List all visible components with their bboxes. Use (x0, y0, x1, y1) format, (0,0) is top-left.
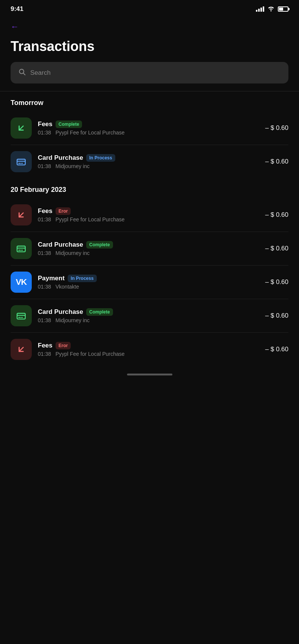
transaction-title-row: Card Purchase Complete (38, 241, 259, 249)
transaction-description: Pyypl Fee for Local Purchase (56, 216, 125, 222)
transaction-amount: – $ 0.60 (265, 124, 288, 132)
transaction-icon-fees-error2 (11, 339, 32, 360)
transaction-subtitle: 01:38 Midjourney inc (38, 163, 259, 169)
battery-icon (278, 6, 288, 12)
home-indicator (0, 366, 299, 380)
signal-bars-icon (256, 6, 264, 12)
search-container: Search (0, 62, 299, 91)
transaction-title-row: Card Purchase Complete (38, 308, 259, 316)
svg-line-7 (19, 213, 23, 217)
transaction-amount: – $ 0.60 (265, 312, 288, 320)
transaction-time: 01:38 (38, 130, 51, 136)
transaction-amount: – $ 0.60 (265, 346, 288, 353)
transaction-title: Fees (38, 120, 53, 128)
transaction-icon-card-complete2 (11, 305, 32, 326)
transaction-info: Fees Complete 01:38 Pyypl Fee for Local … (38, 120, 259, 136)
transaction-time: 01:38 (38, 250, 51, 256)
transaction-time: 01:38 (38, 216, 51, 222)
transaction-item[interactable]: Card Purchase Complete 01:38 Midjourney … (0, 299, 299, 332)
svg-line-16 (19, 347, 23, 352)
search-icon (18, 68, 26, 77)
transaction-title: Card Purchase (38, 154, 83, 162)
transaction-description: Midjourney inc (56, 250, 90, 256)
transaction-time: 01:38 (38, 351, 51, 357)
svg-line-1 (23, 73, 25, 75)
search-bar[interactable]: Search (11, 62, 288, 83)
transaction-amount: – $ 0.60 (265, 278, 288, 286)
transaction-title: Fees (38, 342, 53, 349)
transaction-title-row: Fees Eror (38, 342, 259, 349)
transaction-info: Fees Eror 01:38 Pyypl Fee for Local Purc… (38, 207, 259, 222)
transaction-item[interactable]: Fees Complete 01:38 Pyypl Fee for Local … (0, 111, 299, 145)
back-arrow-icon: ← (11, 22, 19, 31)
svg-line-2 (19, 126, 23, 130)
status-time: 9:41 (11, 5, 23, 13)
transaction-title: Card Purchase (38, 308, 83, 316)
transaction-item[interactable]: Card Purchase Complete 01:38 Midjourney … (0, 232, 299, 265)
transaction-info: Fees Eror 01:38 Pyypl Fee for Local Purc… (38, 342, 259, 357)
transaction-title: Card Purchase (38, 241, 83, 249)
vk-logo-icon: VK (16, 277, 27, 287)
transaction-icon-card-complete (11, 238, 32, 259)
transaction-info: Card Purchase Complete 01:38 Midjourney … (38, 241, 259, 256)
transaction-item[interactable]: VK Payment In Process 01:38 Vkontakte – … (0, 266, 299, 299)
transaction-info: Card Purchase In Process 01:38 Midjourne… (38, 154, 259, 169)
svg-rect-12 (17, 314, 25, 319)
transaction-amount: – $ 0.60 (265, 245, 288, 252)
status-badge: In Process (68, 275, 97, 282)
transaction-description: Pyypl Fee for Local Purchase (56, 351, 125, 357)
transaction-time: 01:38 (38, 163, 51, 169)
section-feb2023-label: 20 February 2023 (0, 178, 299, 198)
transaction-subtitle: 01:38 Pyypl Fee for Local Purchase (38, 216, 259, 222)
transaction-subtitle: 01:38 Vkontakte (38, 284, 259, 290)
section-tomorrow: Tomorrow Fees Complete 01:38 Pyypl Fee f… (0, 91, 299, 178)
transaction-amount: – $ 0.60 (265, 158, 288, 165)
status-badge: Complete (56, 120, 82, 128)
transaction-info: Payment In Process 01:38 Vkontakte (38, 275, 259, 290)
search-placeholder: Search (30, 69, 51, 77)
transaction-title-row: Fees Complete (38, 120, 259, 128)
transaction-subtitle: 01:38 Midjourney inc (38, 317, 259, 323)
status-badge: Eror (56, 207, 71, 215)
status-bar: 9:41 (0, 0, 299, 16)
status-icons (256, 5, 288, 13)
section-tomorrow-label: Tomorrow (0, 91, 299, 111)
transaction-icon-fees-complete (11, 117, 32, 139)
transaction-time: 01:38 (38, 317, 51, 323)
transaction-time: 01:38 (38, 284, 51, 290)
transaction-title: Fees (38, 207, 53, 215)
transaction-title-row: Payment In Process (38, 275, 259, 282)
transaction-icon-card-inprocess (11, 151, 32, 172)
status-badge: Complete (86, 241, 113, 249)
transaction-description: Vkontakte (56, 284, 79, 290)
transaction-amount: – $ 0.60 (265, 211, 288, 219)
home-bar (127, 374, 172, 375)
transaction-item[interactable]: Card Purchase In Process 01:38 Midjourne… (0, 145, 299, 178)
transaction-icon-vk: VK (11, 272, 32, 293)
status-badge: In Process (86, 154, 115, 162)
transaction-info: Card Purchase Complete 01:38 Midjourney … (38, 308, 259, 323)
transaction-item[interactable]: Fees Eror 01:38 Pyypl Fee for Local Purc… (0, 198, 299, 232)
transaction-description: Pyypl Fee for Local Purchase (56, 130, 125, 136)
back-button[interactable]: ← (0, 16, 299, 35)
status-badge: Complete (86, 308, 113, 316)
section-feb2023: 20 February 2023 Fees Eror 01:38 Pyypl F… (0, 178, 299, 366)
transaction-subtitle: 01:38 Midjourney inc (38, 250, 259, 256)
svg-rect-3 (17, 159, 25, 165)
transaction-item[interactable]: Fees Eror 01:38 Pyypl Fee for Local Purc… (0, 333, 299, 366)
transaction-subtitle: 01:38 Pyypl Fee for Local Purchase (38, 351, 259, 357)
transaction-title-row: Fees Eror (38, 207, 259, 215)
transaction-icon-fees-error (11, 204, 32, 225)
transaction-title: Payment (38, 275, 65, 282)
status-badge: Eror (56, 342, 71, 349)
transaction-subtitle: 01:38 Pyypl Fee for Local Purchase (38, 130, 259, 136)
transaction-title-row: Card Purchase In Process (38, 154, 259, 162)
page-title: Transactions (0, 35, 299, 62)
transaction-description: Midjourney inc (56, 317, 90, 323)
wifi-icon (267, 5, 275, 13)
transaction-description: Midjourney inc (56, 163, 90, 169)
svg-rect-8 (17, 246, 25, 252)
